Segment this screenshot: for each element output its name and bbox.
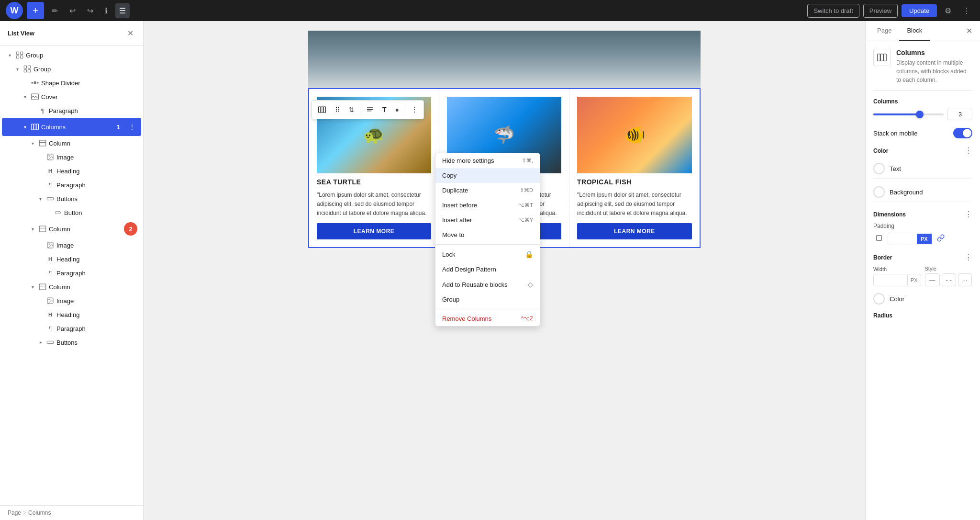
canvas-area[interactable]: ⠿ ⇅ T ● ⋮ 🐢 SEA TURTLE "Lorem ipsum dolo… <box>144 21 865 520</box>
dimensions-more-button[interactable]: ⋮ <box>965 210 972 219</box>
tab-block[interactable]: Block <box>899 21 930 41</box>
columns-number-input[interactable] <box>947 109 972 120</box>
ctx-lock[interactable]: Lock 🔒 <box>435 247 540 262</box>
sidebar-item-paragraph2[interactable]: ▾ ¶ Paragraph <box>2 266 141 280</box>
border-style-dashed-button[interactable]: - - <box>942 273 956 286</box>
columns-slider-thumb[interactable] <box>916 111 924 118</box>
text-color-swatch[interactable] <box>873 163 885 174</box>
tab-page[interactable]: Page <box>869 21 899 41</box>
border-width-input-wrap: PX <box>873 274 921 286</box>
ctx-group[interactable]: Group <box>435 292 540 307</box>
sidebar-item-label: Column <box>49 283 137 291</box>
ctx-hide-settings[interactable]: Hide more settings ⇧⌘, <box>435 153 540 168</box>
chevron-icon[interactable]: ▾ <box>29 283 36 291</box>
chevron-icon[interactable]: ▾ <box>21 93 29 101</box>
column-text-1[interactable]: "Lorem ipsum dolor sit amet, consectetur… <box>317 191 431 218</box>
chevron-icon[interactable]: ▾ <box>21 123 29 131</box>
sidebar-item-buttons1[interactable]: ▾ Buttons <box>2 192 141 205</box>
sidebar-item-columns[interactable]: ▾ Columns 1 ⋮ <box>2 118 141 136</box>
sidebar-item-group1[interactable]: ▾ Group <box>2 48 141 62</box>
ctx-add-reusable[interactable]: Add to Reusable blocks ◇ <box>435 277 540 292</box>
edit-button[interactable]: ✏ <box>48 3 62 18</box>
sidebar-item-button1[interactable]: ▾ Button <box>2 206 141 219</box>
sidebar-item-heading3[interactable]: ▾ H Heading <box>2 308 141 321</box>
columns-slider-track[interactable] <box>873 113 944 115</box>
chevron-icon[interactable]: ▾ <box>36 339 44 346</box>
border-style-solid-button[interactable]: — <box>925 273 940 286</box>
panel-close-button[interactable]: ✕ <box>962 21 976 41</box>
padding-link-button[interactable] <box>873 232 885 245</box>
sidebar-item-buttons3[interactable]: ▾ Buttons <box>2 336 141 349</box>
wp-logo[interactable]: W <box>6 2 23 19</box>
ctx-add-design-pattern[interactable]: Add Design Pattern <box>435 262 540 277</box>
border-style-dotted-button[interactable]: ··· <box>958 273 972 286</box>
border-color-swatch[interactable] <box>873 293 885 305</box>
ctx-insert-before[interactable]: Insert before ⌥⌘T <box>435 198 540 213</box>
chevron-icon[interactable]: ▾ <box>6 51 13 59</box>
border-section: Border ⋮ Width PX Style — <box>873 253 972 305</box>
toolbar-text-button[interactable]: T <box>379 103 390 116</box>
sidebar-item-paragraph3[interactable]: ▾ ¶ Paragraph <box>2 322 141 335</box>
toolbar-columns-button[interactable] <box>314 102 330 117</box>
chevron-icon[interactable]: ▾ <box>29 139 36 147</box>
redo-button[interactable]: ↪ <box>83 3 97 18</box>
ctx-duplicate[interactable]: Duplicate ⇧⌘D <box>435 183 540 198</box>
sidebar-item-heading1[interactable]: ▾ H Heading <box>2 164 141 178</box>
padding-unit[interactable]: PX <box>917 234 932 244</box>
more-options-button[interactable]: ⋮ <box>959 3 974 18</box>
sidebar-item-column1[interactable]: ▾ Column <box>2 136 141 150</box>
chevron-icon[interactable]: ▾ <box>29 225 36 233</box>
sidebar-item-column3[interactable]: ▾ Column <box>2 280 141 294</box>
info-button[interactable]: ℹ <box>101 3 111 18</box>
toolbar-move-button[interactable]: ⇅ <box>345 103 358 116</box>
sidebar-item-heading2[interactable]: ▾ H Heading <box>2 252 141 266</box>
padding-link2-button[interactable] <box>935 232 947 245</box>
sidebar-item-paragraph1[interactable]: ▾ ¶ Paragraph <box>2 178 141 192</box>
add-button[interactable]: + <box>27 2 44 19</box>
column-icon <box>38 283 47 291</box>
sidebar-item-cover[interactable]: ▾ Cover <box>2 90 141 103</box>
toolbar-more-button[interactable]: ⋮ <box>407 103 422 116</box>
background-color-swatch[interactable] <box>873 186 885 198</box>
sidebar-item-label: Group <box>33 66 137 73</box>
sidebar-item-column2[interactable]: ▾ Column 2 <box>2 220 141 238</box>
column-btn-3[interactable]: LEARN MORE <box>577 223 692 239</box>
list-view-button[interactable]: ☰ <box>115 3 130 18</box>
border-more-button[interactable]: ⋮ <box>965 253 972 262</box>
sidebar-item-label: Image <box>56 297 137 305</box>
column-btn-1[interactable]: LEARN MORE <box>317 223 431 239</box>
sidebar-item-group2[interactable]: ▾ Group <box>2 62 141 76</box>
sidebar-item-image2[interactable]: ▾ Image <box>2 238 141 252</box>
column-text-3[interactable]: "Lorem ipsum dolor sit amet, consectetur… <box>577 191 692 218</box>
sidebar-item-image3[interactable]: ▾ Image <box>2 294 141 307</box>
switch-to-draft-button[interactable]: Switch to draft <box>807 4 859 18</box>
padding-input[interactable] <box>888 233 917 245</box>
sidebar-item-shape-divider[interactable]: ▾ Shape Divider <box>2 76 141 90</box>
sidebar-item-image1[interactable]: ▾ Image <box>2 150 141 164</box>
settings-gear-button[interactable]: ⚙ <box>941 3 955 18</box>
color-more-button[interactable]: ⋮ <box>965 146 972 155</box>
paragraph-icon: ¶ <box>46 181 55 189</box>
chevron-icon[interactable]: ▾ <box>36 195 44 203</box>
sidebar-close-button[interactable]: ✕ <box>125 27 135 40</box>
column-heading-1[interactable]: SEA TURTLE <box>317 178 431 186</box>
ctx-move-to[interactable]: Move to <box>435 227 540 242</box>
update-button[interactable]: Update <box>902 4 937 17</box>
ctx-insert-after[interactable]: Insert after ⌥⌘Y <box>435 213 540 227</box>
chevron-icon[interactable]: ▾ <box>13 65 21 73</box>
ctx-remove-columns[interactable]: Remove Columns ^⌥Z <box>435 311 540 326</box>
preview-button[interactable]: Preview <box>863 4 898 18</box>
undo-button[interactable]: ↩ <box>66 3 79 18</box>
border-width-input[interactable] <box>874 274 907 286</box>
toolbar-dot-button[interactable]: ● <box>391 103 403 116</box>
item-more-button[interactable]: ⋮ <box>127 122 137 132</box>
toolbar-align-button[interactable] <box>362 103 378 116</box>
breadcrumb-page-link[interactable]: Page <box>8 509 21 516</box>
column-heading-3[interactable]: TROPICAL FISH <box>577 178 692 186</box>
toolbar-drag-handle[interactable]: ⠿ <box>331 103 344 116</box>
block-toolbar: ⠿ ⇅ T ● ⋮ <box>312 100 424 119</box>
sidebar-item-paragraph-cover[interactable]: ▾ ¶ Paragraph <box>2 104 141 117</box>
ctx-copy[interactable]: Copy <box>435 168 540 183</box>
svg-rect-9 <box>34 81 36 84</box>
stack-mobile-toggle[interactable] <box>953 128 972 138</box>
